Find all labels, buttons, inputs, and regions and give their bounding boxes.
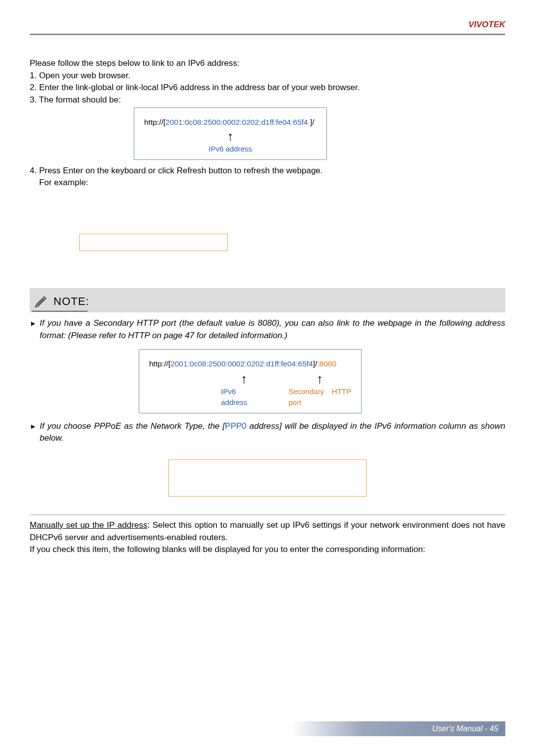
page-footer: User's Manual - 45 (30, 721, 505, 736)
note-item-1: If you have a Secondary HTTP port (the d… (30, 317, 505, 342)
section-divider (30, 514, 505, 515)
step-4-line2: For example: (30, 177, 505, 189)
step-4-line1: 4. Press Enter on the keyboard or click … (30, 165, 505, 177)
manual-ip-paragraph: Manually set up the IP address: Select t… (30, 519, 505, 544)
brand-header: VIVOTEK (30, 20, 505, 34)
step-2: 2. Enter the link-global or link-local I… (30, 82, 505, 94)
arrow-up-icon: ↑ (144, 130, 317, 143)
url-example-1: http://[2001:0c08:2500:0002:0202:d1ff:fe… (144, 117, 317, 128)
arrow-up-icon-2a: ↑ (241, 372, 247, 385)
note-title: NOTE: (54, 294, 89, 309)
intro-text: Please follow the steps below to link to… (30, 57, 505, 70)
ipv6-label: IPv6 address (144, 144, 317, 154)
step-3: 3. The format should be: (30, 94, 121, 106)
ipv6-format-box-2: http://[2001:0c08:2500:0002:0202:d1ff:fe… (139, 349, 362, 413)
pencil-icon (35, 291, 49, 309)
header-divider (30, 34, 505, 35)
note-item-2: If you choose PPPoE as the Network Type,… (30, 420, 505, 445)
http-port-label: Secondary HTTP port (288, 386, 351, 408)
manual-ip-line2: If you check this item, the following bl… (30, 544, 505, 556)
example-placeholder-box-1 (79, 234, 228, 251)
example-placeholder-box-2 (168, 459, 367, 497)
note-header: NOTE: (30, 288, 505, 312)
step-1: 1. Open your web browser. (30, 70, 505, 82)
url-example-2: http://[2001:0c08:2500:0002:0202:d1ff:fe… (149, 358, 351, 369)
manual-ip-heading: Manually set up the IP address (30, 520, 147, 530)
note-underline (32, 311, 88, 312)
arrow-up-icon-2b: ↑ (317, 372, 323, 385)
ipv6-label-2: IPv6 address (221, 386, 259, 408)
ipv6-format-box: http://[2001:0c08:2500:0002:0202:d1ff:fe… (134, 107, 327, 160)
